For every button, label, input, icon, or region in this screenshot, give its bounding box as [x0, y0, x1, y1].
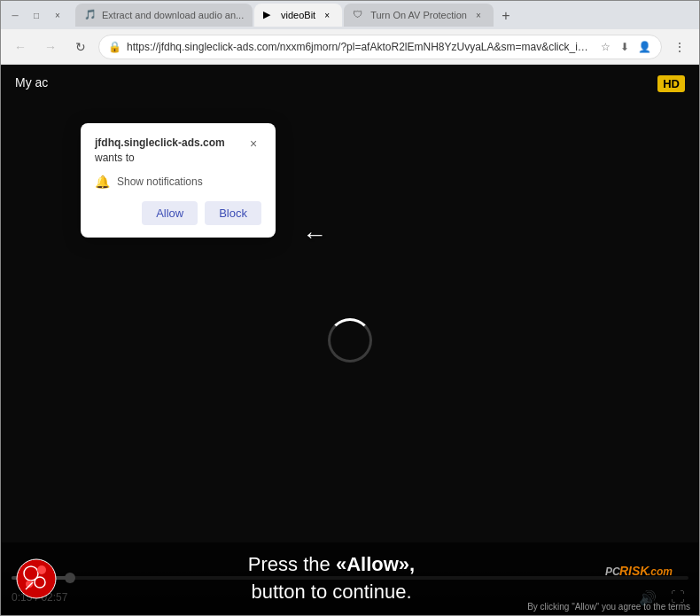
tab-favicon-extract: 🎵 — [84, 9, 97, 21]
popup-wants-label: wants to — [95, 152, 135, 164]
nav-right-icons: ⋮ — [667, 35, 692, 59]
popup-title: jfdhq.singleclick-ads.com wants to — [95, 136, 245, 166]
forward-button[interactable]: → — [38, 35, 63, 59]
video-title-overlay: My ac — [15, 75, 48, 90]
pcrisk-brand-area: PC RISK .com — [605, 563, 685, 595]
popup-buttons: Allow Block — [95, 201, 261, 225]
secure-icon: 🔒 — [108, 41, 121, 53]
popup-notification-row: 🔔 Show notifications — [95, 175, 261, 189]
svg-text:.com: .com — [648, 565, 673, 578]
tab-extract[interactable]: 🎵 Extract and download audio an... × — [75, 4, 253, 27]
download-icon[interactable]: ⬇ — [617, 39, 633, 55]
nav-bar: ← → ↻ 🔒 https://jfdhq.singleclick-ads.co… — [1, 29, 699, 65]
notification-popup: jfdhq.singleclick-ads.com wants to × 🔔 S… — [81, 123, 276, 238]
close-button[interactable]: × — [51, 8, 65, 22]
tab-label-av: Turn On AV Protection — [370, 10, 467, 20]
press-text-line2: button to continue. — [251, 581, 411, 603]
tab-favicon-videobit: ▶ — [263, 9, 276, 21]
block-button[interactable]: Block — [205, 201, 261, 225]
minimize-button[interactable]: ─ — [8, 8, 22, 22]
title-bar: ─ □ × 🎵 Extract and download audio an...… — [1, 1, 699, 29]
loading-spinner — [328, 318, 372, 363]
popup-description: Show notifications — [117, 175, 203, 188]
popup-header: jfdhq.singleclick-ads.com wants to × — [95, 136, 261, 166]
tab-close-extract[interactable]: × — [249, 9, 253, 21]
window-controls: ─ □ × — [8, 8, 65, 22]
tabs-bar: 🎵 Extract and download audio an... × ▶ v… — [75, 4, 692, 27]
svg-point-4 — [35, 577, 45, 588]
press-text-line1: Press the — [248, 553, 331, 575]
svg-text:PC: PC — [605, 565, 620, 578]
star-icon[interactable]: ☆ — [597, 39, 613, 55]
bottom-overlay: Press the «Allow», button to continue. P… — [1, 542, 699, 615]
svg-text:RISK: RISK — [619, 564, 649, 578]
tab-label-extract: Extract and download audio an... — [102, 10, 244, 20]
menu-button[interactable]: ⋮ — [667, 35, 692, 59]
browser-window: ─ □ × 🎵 Extract and download audio an...… — [0, 0, 700, 616]
allow-bold-text: «Allow», — [336, 553, 415, 575]
tab-close-av[interactable]: × — [472, 9, 485, 21]
pcrisk-brand-svg: PC RISK .com — [605, 563, 685, 595]
address-bar[interactable]: 🔒 https://jfdhq.singleclick-ads.com/nxxm… — [98, 35, 662, 59]
url-text: https://jfdhq.singleclick-ads.com/nxxm6j… — [127, 41, 592, 53]
bottom-right-notice: By clicking "Allow" you agree to the ter… — [527, 602, 690, 612]
page-content: My ac HD 0:15 / 02:57 — [1, 65, 699, 615]
address-icons: ☆ ⬇ 👤 — [597, 39, 652, 55]
hd-badge: HD — [657, 75, 685, 92]
press-allow-text: Press the «Allow», button to continue. — [72, 551, 591, 606]
popup-domain: jfdhq.singleclick-ads.com — [95, 136, 225, 149]
new-tab-button[interactable]: + — [495, 5, 517, 27]
refresh-button[interactable]: ↻ — [68, 35, 93, 59]
profile-icon[interactable]: 👤 — [636, 39, 652, 55]
arrow-indicator: ← — [302, 221, 327, 249]
allow-button[interactable]: Allow — [142, 201, 198, 225]
maximize-button[interactable]: □ — [29, 8, 43, 22]
tab-close-videobit[interactable]: × — [321, 9, 333, 21]
tab-label-videobit: videoBit — [281, 10, 315, 20]
tab-videobit[interactable]: ▶ videoBit × — [254, 4, 342, 27]
pcrisk-logo-icon — [15, 558, 58, 600]
pcrisk-logo-area — [15, 558, 58, 600]
tab-favicon-av: 🛡 — [353, 9, 365, 21]
svg-point-2 — [37, 565, 46, 574]
bell-icon: 🔔 — [95, 175, 110, 189]
tab-av[interactable]: 🛡 Turn On AV Protection × — [344, 4, 494, 27]
popup-close-button[interactable]: × — [245, 136, 261, 152]
back-button[interactable]: ← — [8, 35, 33, 59]
